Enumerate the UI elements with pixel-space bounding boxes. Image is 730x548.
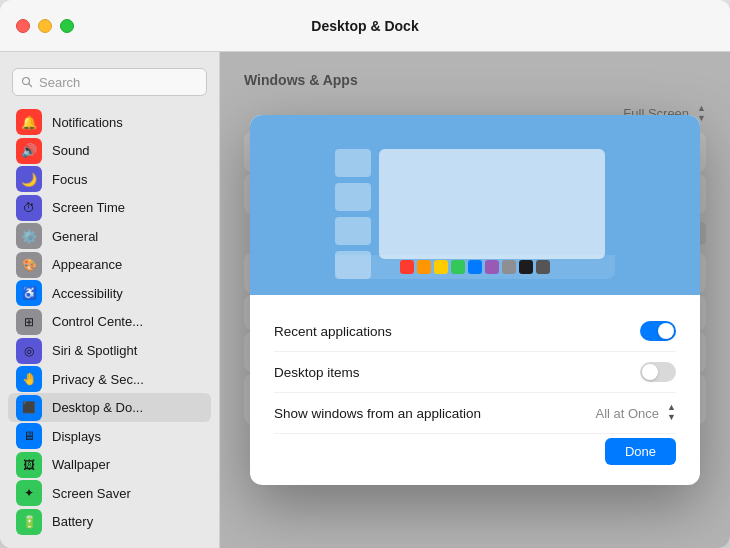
modal-overlay: Recent applications Desktop items Show w…	[220, 52, 730, 548]
modal-body: Recent applications Desktop items Show w…	[250, 295, 700, 485]
dock-icon-2	[335, 183, 371, 211]
content-area: Search 🔔 Notifications 🔊 Sound	[0, 52, 730, 548]
sidebar-item-displays[interactable]: 🖥 Displays	[8, 422, 211, 451]
modal-row-recent-apps: Recent applications	[274, 311, 676, 352]
recent-apps-label: Recent applications	[274, 324, 392, 339]
notifications-icon: 🔔	[16, 109, 42, 135]
dock-dot-gray	[502, 260, 516, 274]
svg-line-1	[29, 84, 32, 87]
sidebar-item-general[interactable]: ⚙️ General	[8, 222, 211, 251]
sidebar-label-accessibility: Accessibility	[52, 286, 123, 301]
screen-saver-icon: ✦	[16, 480, 42, 506]
dock-dot-purple	[485, 260, 499, 274]
sidebar-label-wallpaper: Wallpaper	[52, 457, 110, 472]
modal-preview	[250, 115, 700, 295]
dock-dot-black	[519, 260, 533, 274]
dock-illustration	[335, 139, 615, 279]
dock-dot-orange	[417, 260, 431, 274]
sidebar-label-desktop-dock: Desktop & Do...	[52, 400, 143, 415]
sidebar-item-siri[interactable]: ◎ Siri & Spotlight	[8, 336, 211, 365]
sidebar-item-notifications[interactable]: 🔔 Notifications	[8, 108, 211, 137]
sidebar-label-screen-saver: Screen Saver	[52, 486, 131, 501]
wallpaper-icon: 🖼	[16, 452, 42, 478]
titlebar: Desktop & Dock	[0, 0, 730, 52]
search-container: Search	[0, 64, 219, 108]
show-windows-select[interactable]: All at Once ▲▼	[595, 403, 676, 423]
sidebar-label-battery: Battery	[52, 514, 93, 529]
sidebar-item-battery[interactable]: 🔋 Battery	[8, 507, 211, 536]
search-placeholder: Search	[39, 75, 80, 90]
sidebar-item-privacy[interactable]: 🤚 Privacy & Sec...	[8, 365, 211, 394]
maximize-button[interactable]	[60, 19, 74, 33]
dock-dot-red	[400, 260, 414, 274]
sidebar-label-screen-time: Screen Time	[52, 200, 125, 215]
close-button[interactable]	[16, 19, 30, 33]
sidebar-label-general: General	[52, 229, 98, 244]
sidebar-item-control-center[interactable]: ⊞ Control Cente...	[8, 308, 211, 337]
sidebar-label-notifications: Notifications	[52, 115, 123, 130]
dock-dot-green	[451, 260, 465, 274]
appearance-icon: 🎨	[16, 252, 42, 278]
sidebar-item-accessibility[interactable]: ♿ Accessibility	[8, 279, 211, 308]
focus-icon: 🌙	[16, 166, 42, 192]
desktop-items-toggle[interactable]	[640, 362, 676, 382]
sidebar-label-sound: Sound	[52, 143, 90, 158]
dock-dot-blue	[468, 260, 482, 274]
sidebar-label-siri: Siri & Spotlight	[52, 343, 137, 358]
show-windows-label: Show windows from an application	[274, 406, 481, 421]
done-button[interactable]: Done	[605, 438, 676, 465]
sidebar-label-control-center: Control Cente...	[52, 314, 143, 329]
general-icon: ⚙️	[16, 223, 42, 249]
minimize-button[interactable]	[38, 19, 52, 33]
dock-dot-darkgray	[536, 260, 550, 274]
desktop-dock-icon: ⬛	[16, 395, 42, 421]
screen-time-icon: ⏱	[16, 195, 42, 221]
sidebar-item-sound[interactable]: 🔊 Sound	[8, 137, 211, 166]
dock-icon-1	[335, 149, 371, 177]
dock-dot-yellow	[434, 260, 448, 274]
main-window: Desktop & Dock Search 🔔 Notific	[0, 0, 730, 548]
battery-icon: 🔋	[16, 509, 42, 535]
sidebar-label-privacy: Privacy & Sec...	[52, 372, 144, 387]
show-windows-value: All at Once	[595, 406, 659, 421]
siri-icon: ◎	[16, 338, 42, 364]
desktop-items-label: Desktop items	[274, 365, 360, 380]
sidebar-item-wallpaper[interactable]: 🖼 Wallpaper	[8, 450, 211, 479]
window-title: Desktop & Dock	[311, 18, 418, 34]
accessibility-icon: ♿	[16, 280, 42, 306]
modal-row-desktop-items: Desktop items	[274, 352, 676, 393]
main-window-preview	[379, 149, 605, 259]
sidebar-label-focus: Focus	[52, 172, 87, 187]
show-windows-spinner[interactable]: ▲▼	[667, 403, 676, 423]
main-content: Windows & Apps Full Screen ▲▼ when you C…	[220, 52, 730, 548]
dock-bar-preview	[335, 255, 615, 279]
modal-row-show-windows: Show windows from an application All at …	[274, 393, 676, 434]
modal-actions: Done	[274, 434, 676, 465]
sidebar-item-screen-saver[interactable]: ✦ Screen Saver	[8, 479, 211, 508]
dock-icon-3	[335, 217, 371, 245]
sidebar-item-appearance[interactable]: 🎨 Appearance	[8, 251, 211, 280]
search-box[interactable]: Search	[12, 68, 207, 96]
displays-icon: 🖥	[16, 423, 42, 449]
search-icon	[21, 76, 33, 88]
sidebar-item-focus[interactable]: 🌙 Focus	[8, 165, 211, 194]
sidebar: Search 🔔 Notifications 🔊 Sound	[0, 52, 220, 548]
sidebar-item-desktop-dock[interactable]: ⬛ Desktop & Do...	[8, 393, 211, 422]
privacy-icon: 🤚	[16, 366, 42, 392]
sidebar-label-appearance: Appearance	[52, 257, 122, 272]
traffic-lights	[16, 19, 74, 33]
sound-icon: 🔊	[16, 138, 42, 164]
control-center-icon: ⊞	[16, 309, 42, 335]
sidebar-item-screen-time[interactable]: ⏱ Screen Time	[8, 194, 211, 223]
modal-dialog: Recent applications Desktop items Show w…	[250, 115, 700, 485]
sidebar-label-displays: Displays	[52, 429, 101, 444]
sidebar-items: 🔔 Notifications 🔊 Sound 🌙 Focus	[0, 108, 219, 536]
recent-apps-toggle[interactable]	[640, 321, 676, 341]
